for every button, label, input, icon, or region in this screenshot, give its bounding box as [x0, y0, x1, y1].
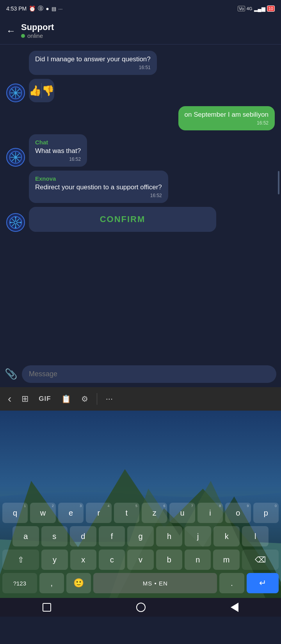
shift-key[interactable]: ⇧	[2, 550, 39, 570]
confirm-row: CONFIRM	[6, 207, 275, 232]
message-time: 16:51	[35, 65, 151, 70]
comma-key[interactable]: ,	[39, 573, 64, 593]
settings-button[interactable]: ⚙	[78, 393, 91, 405]
key-row-1: 1q 2w 3e 4r 5t 6z 7u 8i 9o 0p	[2, 503, 279, 523]
space-key[interactable]: MS • EN	[93, 573, 217, 593]
emoji-key[interactable]: 🙂	[66, 573, 91, 593]
bot-avatar	[6, 84, 25, 102]
key-i[interactable]: 8i	[197, 503, 223, 523]
key-z[interactable]: 6z	[142, 503, 167, 523]
bot-avatar-2	[6, 148, 25, 167]
key-a[interactable]: a	[12, 526, 39, 546]
header-info: Support online	[21, 22, 54, 39]
keyboard-back-button[interactable]: ‹	[5, 391, 14, 407]
key-y[interactable]: y	[41, 550, 68, 570]
thumbs-up-button[interactable]: 👍	[29, 79, 41, 102]
vo-label: Vo	[238, 6, 245, 11]
gif-button[interactable]: GIF	[36, 393, 54, 404]
message-time: 16:52	[35, 193, 162, 198]
message-input-area: 📎	[0, 361, 281, 387]
bot-icon-3	[9, 216, 22, 229]
key-row-2: a s d f g h j k l	[2, 526, 279, 546]
key-g[interactable]: g	[127, 526, 154, 546]
key-t[interactable]: 5t	[114, 503, 139, 523]
thumbs-down-button[interactable]: 👎	[42, 79, 54, 102]
nav-home-button[interactable]	[136, 603, 146, 612]
key-u[interactable]: 7u	[169, 503, 195, 523]
toolbar-divider	[97, 393, 97, 405]
key-o[interactable]: 9o	[225, 503, 251, 523]
key-s[interactable]: s	[41, 526, 68, 546]
clipboard-button[interactable]: 📋	[58, 393, 74, 405]
chat-labeled-bubble: Chat What was that? 16:52	[29, 134, 87, 167]
keyboard: 1q 2w 3e 4r 5t 6z 7u 8i 9o 0p a s d f g …	[0, 411, 281, 598]
status-time: 4:53 PM ⏰ Ⓑ ● ▤ ···	[6, 5, 62, 12]
key-m[interactable]: m	[213, 550, 239, 570]
key-v[interactable]: v	[127, 550, 153, 570]
key-d[interactable]: d	[70, 526, 96, 546]
signal-icon: ▂▄▆	[254, 6, 265, 12]
nav-back-button[interactable]	[231, 603, 238, 612]
key-j[interactable]: j	[185, 526, 211, 546]
message-text: Redirect your question to a support offi…	[35, 183, 162, 191]
enter-key[interactable]: ↵	[247, 573, 279, 593]
chat-area: Did I manage to answer your question? 16…	[0, 44, 281, 361]
status-text: online	[27, 32, 43, 39]
svg-point-18	[15, 227, 16, 228]
chat-title: Support	[21, 22, 54, 32]
attach-icon[interactable]: 📎	[5, 368, 17, 380]
key-c[interactable]: c	[99, 550, 125, 570]
thumbs-row: 👍 👎	[6, 79, 275, 102]
key-w[interactable]: 2w	[30, 503, 55, 523]
key-l[interactable]: l	[242, 526, 269, 546]
alarm-icon: ⏰	[29, 5, 36, 12]
key-q[interactable]: 1q	[2, 503, 28, 523]
message-time: 16:52	[185, 120, 269, 126]
exnova-labeled-bubble: Exnova Redirect your question to a suppo…	[29, 171, 168, 203]
whatsapp-icon: ●	[46, 5, 49, 12]
key-b[interactable]: b	[156, 550, 182, 570]
message-input[interactable]	[22, 365, 276, 383]
confirm-button[interactable]: CONFIRM	[29, 207, 216, 232]
keyboard-toolbar: ‹ ⊞ GIF 📋 ⚙ ···	[0, 387, 281, 411]
feedback-bubble[interactable]: 👍 👎	[29, 79, 54, 102]
received-bubble: Did I manage to answer your question? 16…	[29, 51, 157, 75]
message-text: Did I manage to answer your question?	[35, 55, 151, 63]
key-row-3: ⇧ y x c v b n m ⌫	[2, 550, 279, 570]
chat-label: Chat	[35, 139, 81, 146]
message-text: on September I am sebiliyon	[185, 111, 269, 119]
backspace-key[interactable]: ⌫	[242, 550, 279, 570]
bot-icon	[9, 86, 22, 100]
keyboard-container: 1q 2w 3e 4r 5t 6z 7u 8i 9o 0p a s d f g …	[0, 500, 281, 598]
key-r[interactable]: 4r	[86, 503, 111, 523]
sent-row: on September I am sebiliyon 16:52	[6, 106, 275, 130]
back-button[interactable]: ←	[6, 25, 16, 36]
confirm-text: CONFIRM	[100, 214, 146, 224]
key-h[interactable]: h	[156, 526, 183, 546]
key-f[interactable]: f	[99, 526, 125, 546]
svg-point-19	[10, 222, 11, 223]
sticker-button[interactable]: ⊞	[18, 392, 32, 406]
exnova-labeled-row: Exnova Redirect your question to a suppo…	[6, 171, 275, 203]
status-bar: 4:53 PM ⏰ Ⓑ ● ▤ ··· Vo 4G ▂▄▆ 10	[0, 0, 281, 17]
crypto-icon: Ⓑ	[38, 5, 43, 12]
period-key[interactable]: .	[219, 573, 244, 593]
chat-labeled-row: Chat What was that? 16:52	[6, 134, 275, 167]
exnova-label: Exnova	[35, 175, 162, 182]
chat-status: online	[21, 32, 54, 39]
message-row: Did I manage to answer your question? 16…	[6, 51, 275, 75]
nav-square-button[interactable]	[43, 603, 51, 612]
bot-avatar-3	[6, 213, 25, 232]
sent-bubble: on September I am sebiliyon 16:52	[178, 106, 275, 130]
key-e[interactable]: 3e	[58, 503, 84, 523]
key-n[interactable]: n	[185, 550, 211, 570]
more-button[interactable]: ···	[103, 392, 116, 406]
key-x[interactable]: x	[70, 550, 96, 570]
scroll-indicator	[278, 171, 279, 194]
status-indicators: Vo 4G ▂▄▆ 10	[238, 5, 275, 12]
key-k[interactable]: k	[213, 526, 240, 546]
symbols-key[interactable]: ?123	[2, 573, 37, 593]
key-p[interactable]: 0p	[253, 503, 279, 523]
message-text: What was that?	[35, 147, 81, 155]
svg-point-11	[14, 156, 17, 159]
